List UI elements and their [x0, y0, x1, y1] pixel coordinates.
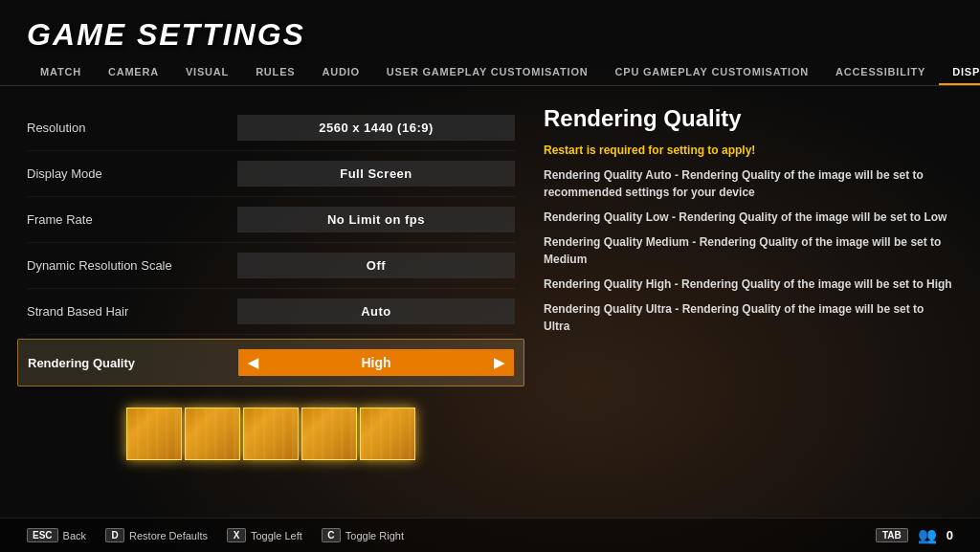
- main-content: GAME SETTINGS MATCH CAMERA VISUAL RULES …: [0, 0, 980, 552]
- label-frame-rate: Frame Rate: [27, 212, 237, 227]
- label-toggle-left: Toggle Left: [251, 530, 302, 541]
- setting-row-dynamic-resolution: Dynamic Resolution Scale Off: [27, 243, 515, 289]
- value-frame-rate[interactable]: No Limit on fps: [237, 207, 515, 232]
- score-badge: 0: [947, 528, 953, 542]
- tab-visual[interactable]: VISUAL: [172, 58, 242, 85]
- footer: ESC Back D Restore Defaults X Toggle Lef…: [0, 518, 980, 552]
- court-segment-2: [185, 408, 240, 460]
- info-panel: Rendering Quality Restart is required fo…: [544, 86, 953, 518]
- value-dynamic-resolution[interactable]: Off: [237, 253, 515, 278]
- footer-right: TAB 👥 0: [876, 526, 953, 544]
- header: GAME SETTINGS: [0, 0, 980, 58]
- tab-rules[interactable]: RULES: [242, 58, 308, 85]
- label-dynamic-resolution: Dynamic Resolution Scale: [27, 258, 237, 273]
- label-display-mode: Display Mode: [27, 166, 237, 181]
- setting-row-resolution: Resolution 2560 x 1440 (16:9): [27, 105, 515, 151]
- info-desc-auto: Rendering Quality Auto - Rendering Quali…: [544, 166, 953, 201]
- key-esc: ESC: [27, 528, 58, 542]
- setting-row-strand-hair: Strand Based Hair Auto: [27, 289, 515, 335]
- value-resolution[interactable]: 2560 x 1440 (16:9): [237, 115, 515, 141]
- label-toggle-right: Toggle Right: [345, 530, 404, 541]
- key-c: C: [322, 528, 341, 542]
- nav-tabs: MATCH CAMERA VISUAL RULES AUDIO USER GAM…: [0, 58, 980, 86]
- key-x: X: [227, 528, 246, 542]
- value-display-mode[interactable]: Full Screen: [237, 161, 515, 187]
- label-strand-hair: Strand Based Hair: [27, 304, 237, 319]
- tab-display-configuration[interactable]: DISPLAY CONFIGURATION: [939, 58, 980, 85]
- tab-accessibility[interactable]: ACCESSIBILITY: [822, 58, 939, 85]
- arrow-left-icon[interactable]: ◀: [248, 355, 258, 370]
- court-segment-1: [126, 408, 182, 460]
- rendering-quality-selector[interactable]: ◀ High ▶: [238, 349, 514, 376]
- info-desc-ultra: Rendering Quality Ultra - Rendering Qual…: [544, 300, 953, 335]
- court-visual: [27, 398, 515, 470]
- tab-audio[interactable]: AUDIO: [308, 58, 372, 85]
- footer-controls: ESC Back D Restore Defaults X Toggle Lef…: [27, 528, 404, 542]
- court-segment-5: [360, 408, 415, 460]
- court-segment-3: [243, 408, 299, 460]
- label-rendering-quality: Rendering Quality: [28, 356, 238, 370]
- setting-row-rendering-quality: Rendering Quality ◀ High ▶: [17, 339, 524, 386]
- info-desc-medium: Rendering Quality Medium - Rendering Qua…: [544, 233, 953, 268]
- footer-restore: D Restore Defaults: [105, 528, 208, 542]
- settings-panel: Resolution 2560 x 1440 (16:9) Display Mo…: [27, 86, 515, 518]
- tab-cpu-gameplay[interactable]: CPU GAMEPLAY CUSTOMISATION: [602, 58, 823, 85]
- main-area: Resolution 2560 x 1440 (16:9) Display Mo…: [0, 86, 980, 518]
- arrow-right-icon[interactable]: ▶: [494, 355, 504, 370]
- info-warning: Restart is required for setting to apply…: [544, 142, 953, 159]
- footer-toggle-left: X Toggle Left: [227, 528, 302, 542]
- tab-key-badge: TAB: [876, 528, 908, 542]
- tab-user-gameplay[interactable]: USER GAMEPLAY CUSTOMISATION: [373, 58, 602, 85]
- label-back: Back: [63, 530, 86, 541]
- players-icon: 👥: [918, 526, 937, 544]
- info-desc-high: Rendering Quality High - Rendering Quali…: [544, 276, 953, 293]
- info-title: Rendering Quality: [544, 105, 953, 132]
- key-d: D: [105, 528, 124, 542]
- setting-row-frame-rate: Frame Rate No Limit on fps: [27, 197, 515, 243]
- value-strand-hair[interactable]: Auto: [237, 298, 515, 324]
- footer-back: ESC Back: [27, 528, 86, 542]
- court-segment-4: [301, 408, 357, 460]
- tab-camera[interactable]: CAMERA: [95, 58, 172, 85]
- tab-match[interactable]: MATCH: [27, 58, 95, 85]
- info-desc-low: Rendering Quality Low - Rendering Qualit…: [544, 209, 953, 226]
- setting-row-display-mode: Display Mode Full Screen: [27, 151, 515, 197]
- label-restore: Restore Defaults: [129, 530, 208, 541]
- footer-toggle-right: C Toggle Right: [322, 528, 404, 542]
- court-container: [126, 408, 415, 460]
- rendering-quality-value: High: [258, 355, 494, 370]
- page-title: GAME SETTINGS: [27, 17, 953, 53]
- label-resolution: Resolution: [27, 121, 237, 135]
